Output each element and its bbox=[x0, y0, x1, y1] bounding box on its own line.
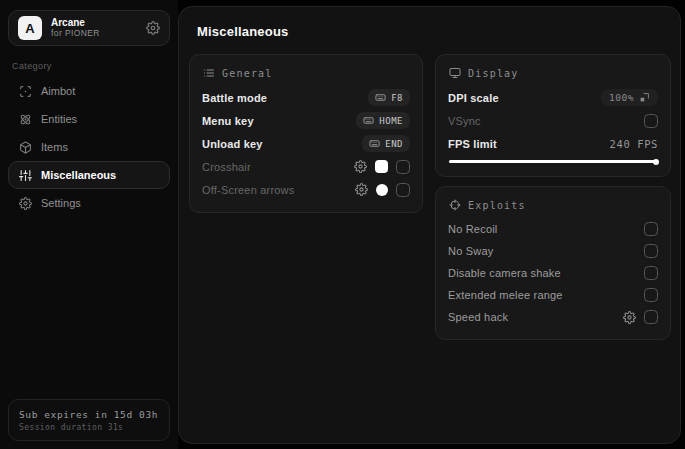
vsync-row: VSync bbox=[448, 109, 658, 132]
page-title: Miscellaneous bbox=[197, 24, 671, 39]
sidebar-item-label: Settings bbox=[41, 197, 81, 209]
no-recoil-checkbox[interactable] bbox=[644, 222, 658, 236]
keyboard-icon bbox=[363, 115, 374, 126]
fps-limit-slider[interactable] bbox=[449, 160, 657, 163]
brand-text: Arcane for PIONER bbox=[51, 17, 137, 38]
general-panel-header: General bbox=[203, 67, 410, 79]
battle-mode-label: Battle mode bbox=[202, 92, 267, 104]
unload-key-keybind-button[interactable]: END bbox=[362, 135, 410, 152]
atom-icon bbox=[19, 113, 32, 126]
content-columns: General Battle mode F8 Menu key HOME bbox=[189, 54, 671, 340]
crosshair-row: Crosshair bbox=[202, 155, 410, 178]
vsync-label: VSync bbox=[448, 115, 481, 127]
speed-hack-row: Speed hack bbox=[448, 306, 658, 328]
no-recoil-label: No Recoil bbox=[448, 223, 498, 235]
crosshair-color-swatch[interactable] bbox=[375, 160, 388, 173]
sidebar-item-miscellaneous[interactable]: Miscellaneous bbox=[8, 161, 170, 189]
dpi-scale-row: DPI scale 100% bbox=[448, 86, 658, 109]
menu-key-label: Menu key bbox=[202, 115, 254, 127]
brand-card: A Arcane for PIONER bbox=[8, 10, 170, 46]
menu-key-keybind-button[interactable]: HOME bbox=[356, 112, 410, 129]
speed-hack-checkbox[interactable] bbox=[644, 310, 658, 324]
fps-slider-knob[interactable] bbox=[653, 159, 659, 165]
offscreen-arrows-row: Off-Screen arrows bbox=[202, 178, 410, 201]
sidebar-item-label: Miscellaneous bbox=[41, 169, 116, 181]
sidebar-item-label: Entities bbox=[41, 113, 77, 125]
keybind-value: END bbox=[385, 139, 403, 149]
category-label: Category bbox=[12, 61, 170, 71]
crosshair-icon bbox=[449, 199, 461, 211]
crosshair-label: Crosshair bbox=[202, 161, 251, 173]
list-icon bbox=[203, 67, 215, 79]
extended-melee-range-checkbox[interactable] bbox=[644, 288, 658, 302]
crosshair-controls bbox=[354, 160, 410, 174]
fps-slider-fill bbox=[449, 160, 657, 163]
unload-key-label: Unload key bbox=[202, 138, 263, 150]
dpi-scale-value: 100% bbox=[609, 92, 634, 103]
sub-expires-text: Sub expires in 15d 03h bbox=[19, 409, 159, 420]
left-column: General Battle mode F8 Menu key HOME bbox=[189, 54, 423, 213]
crosshair-settings-gear-icon[interactable] bbox=[354, 160, 367, 173]
no-sway-row: No Sway bbox=[448, 240, 658, 262]
keybind-value: F8 bbox=[391, 93, 403, 103]
sidebar-nav: Aimbot Entities Items Miscellaneous Sett… bbox=[8, 77, 170, 217]
speed-hack-settings-gear-icon[interactable] bbox=[623, 311, 636, 324]
disable-camera-shake-row: Disable camera shake bbox=[448, 262, 658, 284]
exploits-panel-header: Exploits bbox=[449, 199, 658, 211]
display-panel: Display DPI scale 100% VSync FPS limit 2… bbox=[435, 54, 671, 177]
crosshair-checkbox[interactable] bbox=[396, 160, 410, 174]
monitor-icon bbox=[449, 67, 461, 79]
battle-mode-keybind-button[interactable]: F8 bbox=[368, 89, 410, 106]
sidebar-item-settings[interactable]: Settings bbox=[8, 189, 170, 217]
scan-icon bbox=[19, 85, 32, 98]
dpi-scale-button[interactable]: 100% bbox=[601, 89, 658, 106]
disable-camera-shake-label: Disable camera shake bbox=[448, 267, 561, 279]
general-panel-title: General bbox=[222, 68, 273, 79]
dpi-scale-label: DPI scale bbox=[448, 92, 499, 104]
right-column: Display DPI scale 100% VSync FPS limit 2… bbox=[435, 54, 671, 340]
exploits-panel: Exploits No Recoil No Sway Disable camer… bbox=[435, 186, 671, 340]
unload-key-row: Unload key END bbox=[202, 132, 410, 155]
keyboard-icon bbox=[375, 92, 386, 103]
session-duration-text: Session duration 31s bbox=[19, 423, 159, 432]
extended-melee-range-label: Extended melee range bbox=[448, 289, 563, 301]
gear-icon bbox=[19, 197, 32, 210]
no-recoil-row: No Recoil bbox=[448, 218, 658, 240]
sidebar-item-label: Aimbot bbox=[41, 85, 75, 97]
main-panel: Miscellaneous General Battle mode F8 Men… bbox=[178, 6, 681, 444]
sliders-icon bbox=[19, 169, 32, 182]
offscreen-arrows-checkbox[interactable] bbox=[396, 183, 410, 197]
no-sway-checkbox[interactable] bbox=[644, 244, 658, 258]
app-subtitle: for PIONER bbox=[51, 29, 137, 39]
extended-melee-range-row: Extended melee range bbox=[448, 284, 658, 306]
offscreen-arrows-controls bbox=[355, 183, 410, 197]
sidebar-item-entities[interactable]: Entities bbox=[8, 105, 170, 133]
sidebar-item-aimbot[interactable]: Aimbot bbox=[8, 77, 170, 105]
fps-limit-value: 240 FPS bbox=[610, 138, 658, 150]
offscreen-arrows-settings-gear-icon[interactable] bbox=[355, 183, 368, 196]
sidebar-item-items[interactable]: Items bbox=[8, 133, 170, 161]
fps-limit-row: FPS limit 240 FPS bbox=[448, 132, 658, 155]
speed-hack-controls bbox=[623, 310, 658, 324]
display-panel-header: Display bbox=[449, 67, 658, 79]
general-panel: General Battle mode F8 Menu key HOME bbox=[189, 54, 423, 213]
vsync-checkbox[interactable] bbox=[644, 114, 658, 128]
settings-gear-icon[interactable] bbox=[146, 21, 160, 35]
resize-icon bbox=[639, 92, 650, 103]
sidebar-item-label: Items bbox=[41, 141, 68, 153]
menu-key-row: Menu key HOME bbox=[202, 109, 410, 132]
box-icon bbox=[19, 141, 32, 154]
battle-mode-row: Battle mode F8 bbox=[202, 86, 410, 109]
offscreen-arrows-label: Off-Screen arrows bbox=[202, 184, 294, 196]
subscription-info: Sub expires in 15d 03h Session duration … bbox=[8, 399, 170, 441]
sidebar: A Arcane for PIONER Category Aimbot Enti… bbox=[0, 0, 178, 449]
offscreen-arrows-color-swatch[interactable] bbox=[376, 184, 388, 196]
keyboard-icon bbox=[369, 138, 380, 149]
speed-hack-label: Speed hack bbox=[448, 311, 508, 323]
keybind-value: HOME bbox=[379, 116, 403, 126]
fps-limit-label: FPS limit bbox=[448, 138, 497, 150]
exploits-panel-title: Exploits bbox=[468, 200, 526, 211]
display-panel-title: Display bbox=[468, 68, 519, 79]
no-sway-label: No Sway bbox=[448, 245, 493, 257]
disable-camera-shake-checkbox[interactable] bbox=[644, 266, 658, 280]
